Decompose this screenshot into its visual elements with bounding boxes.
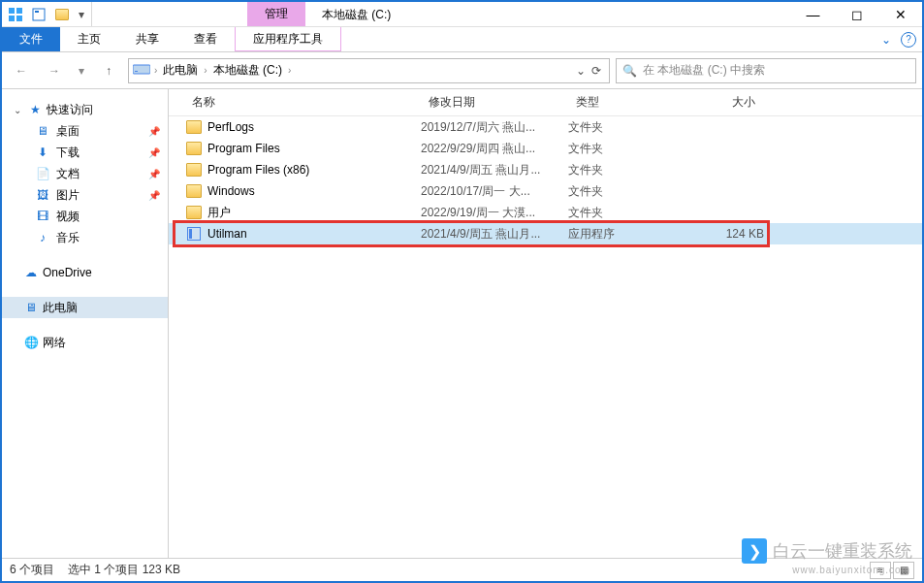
file-name: PerfLogs <box>204 120 421 134</box>
file-name: Program Files (x86) <box>204 163 421 177</box>
address-sep-icon[interactable]: › <box>204 65 207 76</box>
file-row[interactable]: Utilman2021/4/9/周五 燕山月...应用程序124 KB <box>169 223 922 244</box>
contextual-tab-header: 管理 <box>247 2 305 26</box>
ribbon-tab-view[interactable]: 查看 <box>176 27 235 51</box>
svg-rect-6 <box>133 65 150 74</box>
sidebar-network-label: 网络 <box>43 335 66 351</box>
file-date: 2019/12/7/周六 燕山... <box>421 119 568 136</box>
explorer-window: ▾ 管理 本地磁盘 (C:) ― ◻ ✕ 文件 主页 共享 查看 应用程序工具 … <box>0 0 924 583</box>
svg-rect-2 <box>9 16 15 21</box>
file-row[interactable]: PerfLogs2019/12/7/周六 燕山...文件夹 <box>169 116 922 138</box>
view-thumbnails-button[interactable]: ▦ <box>893 562 914 579</box>
column-header-date[interactable]: 修改日期 <box>421 94 568 111</box>
search-placeholder: 在 本地磁盘 (C:) 中搜索 <box>643 62 765 79</box>
sidebar-item-label: 桌面 <box>56 123 80 140</box>
nav-up-button[interactable]: ↑ <box>95 57 122 84</box>
breadcrumb-drive-c[interactable]: 本地磁盘 (C:) <box>211 62 284 79</box>
folder-icon <box>186 142 202 155</box>
nav-history-chevron-icon[interactable]: ▾ <box>74 57 89 84</box>
sidebar-item-desktop[interactable]: 🖥桌面📌 <box>2 120 168 142</box>
sidebar-onedrive-label: OneDrive <box>43 266 92 279</box>
address-refresh-icon[interactable]: ⟳ <box>591 64 601 78</box>
file-type: 文件夹 <box>568 162 683 178</box>
file-type: 文件夹 <box>568 183 683 200</box>
folder-icon <box>186 206 202 219</box>
sidebar-onedrive[interactable]: ☁ OneDrive <box>2 262 168 283</box>
column-header-name[interactable]: 名称 <box>184 94 421 111</box>
file-date: 2021/4/9/周五 燕山月... <box>421 162 568 178</box>
file-rows: PerfLogs2019/12/7/周六 燕山...文件夹Program Fil… <box>169 116 922 244</box>
file-row[interactable]: Windows2022/10/17/周一 大...文件夹 <box>169 180 922 202</box>
chevron-down-icon: ⌄ <box>14 105 23 115</box>
quick-access-toolbar: ▾ <box>2 2 92 26</box>
sidebar-item-label: 下载 <box>56 145 80 161</box>
sidebar-item-label: 音乐 <box>56 230 80 246</box>
title-bar: ▾ 管理 本地磁盘 (C:) ― ◻ ✕ <box>2 2 922 27</box>
folder-icon <box>186 163 202 177</box>
sidebar-item-doc[interactable]: 📄文档📌 <box>2 163 168 184</box>
view-details-button[interactable]: ≡ <box>870 562 891 579</box>
download-icon: ⬇ <box>35 145 50 160</box>
file-name: 用户 <box>204 205 421 221</box>
ribbon-tab-apptools[interactable]: 应用程序工具 <box>235 27 341 51</box>
sidebar-item-pic[interactable]: 🖼图片📌 <box>2 184 168 206</box>
file-type: 应用程序 <box>568 226 683 243</box>
file-row[interactable]: 用户2022/9/19/周一 大漠...文件夹 <box>169 202 922 223</box>
status-selection: 选中 1 个项目 123 KB <box>68 562 180 578</box>
ribbon-tabs: 文件 主页 共享 查看 应用程序工具 ⌄ ? <box>2 27 922 52</box>
window-title: 本地磁盘 (C:) <box>322 7 391 23</box>
svg-rect-0 <box>9 8 15 14</box>
sidebar-quickaccess[interactable]: ⌄ ★ 快速访问 <box>2 99 168 120</box>
application-icon <box>187 227 201 241</box>
breadcrumb-thispc[interactable]: 此电脑 <box>161 62 200 79</box>
file-date: 2022/9/29/周四 燕山... <box>421 141 568 157</box>
status-item-count: 6 个项目 <box>10 562 54 578</box>
ribbon-tab-share[interactable]: 共享 <box>118 27 176 51</box>
file-date: 2022/9/19/周一 大漠... <box>421 205 568 221</box>
sidebar-item-label: 文档 <box>56 166 80 182</box>
sidebar-item-download[interactable]: ⬇下载📌 <box>2 142 168 163</box>
status-bar: 6 个项目 选中 1 个项目 123 KB ≡ ▦ <box>2 558 922 581</box>
address-sep-icon[interactable]: › <box>288 65 291 76</box>
help-icon[interactable]: ? <box>901 32 916 48</box>
file-row[interactable]: Program Files2022/9/29/周四 燕山...文件夹 <box>169 138 922 159</box>
minimize-button[interactable]: ― <box>791 2 835 26</box>
file-row[interactable]: Program Files (x86)2021/4/9/周五 燕山月...文件夹 <box>169 159 922 180</box>
search-box[interactable]: 🔍 在 本地磁盘 (C:) 中搜索 <box>616 58 916 83</box>
music-icon: ♪ <box>35 230 50 245</box>
qat-properties-icon[interactable] <box>31 7 47 22</box>
star-icon: ★ <box>27 102 43 117</box>
sidebar-item-label: 图片 <box>56 187 80 204</box>
sidebar-item-label: 视频 <box>56 209 80 225</box>
file-name: Utilman <box>204 227 421 241</box>
ribbon-tab-home[interactable]: 主页 <box>60 27 118 51</box>
ribbon-expand-chevron-icon[interactable]: ⌄ <box>881 33 891 47</box>
qat-customize-chevron-icon[interactable]: ▾ <box>78 8 85 21</box>
file-type: 文件夹 <box>568 141 683 157</box>
folder-icon <box>186 120 202 134</box>
column-headers: 名称 修改日期 类型 大小 <box>169 89 922 116</box>
sidebar-item-vid[interactable]: 🎞视频 <box>2 206 168 227</box>
sidebar-network[interactable]: 🌐 网络 <box>2 332 168 353</box>
maximize-button[interactable]: ◻ <box>835 2 878 26</box>
qat-newfolder-icon[interactable] <box>54 7 70 22</box>
svg-rect-3 <box>16 16 22 21</box>
file-list-pane: 名称 修改日期 类型 大小 PerfLogs2019/12/7/周六 燕山...… <box>169 89 922 558</box>
column-header-size[interactable]: 大小 <box>683 94 764 111</box>
sidebar-quickaccess-label: 快速访问 <box>47 102 93 118</box>
search-icon: 🔍 <box>622 64 637 78</box>
pin-icon: 📌 <box>148 147 160 158</box>
close-button[interactable]: ✕ <box>878 2 922 26</box>
address-dropdown-chevron-icon[interactable]: ⌄ <box>576 64 586 78</box>
column-header-type[interactable]: 类型 <box>568 94 683 111</box>
ribbon-tab-file[interactable]: 文件 <box>2 27 60 51</box>
sidebar-item-music[interactable]: ♪音乐 <box>2 227 168 248</box>
address-sep-icon[interactable]: › <box>154 65 157 76</box>
address-bar[interactable]: › 此电脑 › 本地磁盘 (C:) › ⌄ ⟳ <box>128 58 610 83</box>
nav-back-button[interactable]: ← <box>8 57 35 84</box>
sidebar-thispc-label: 此电脑 <box>43 300 78 316</box>
pic-icon: 🖼 <box>35 187 50 203</box>
desktop-icon: 🖥 <box>35 123 50 139</box>
nav-forward-button[interactable]: → <box>41 57 68 84</box>
sidebar-thispc[interactable]: 🖥 此电脑 <box>2 297 168 318</box>
